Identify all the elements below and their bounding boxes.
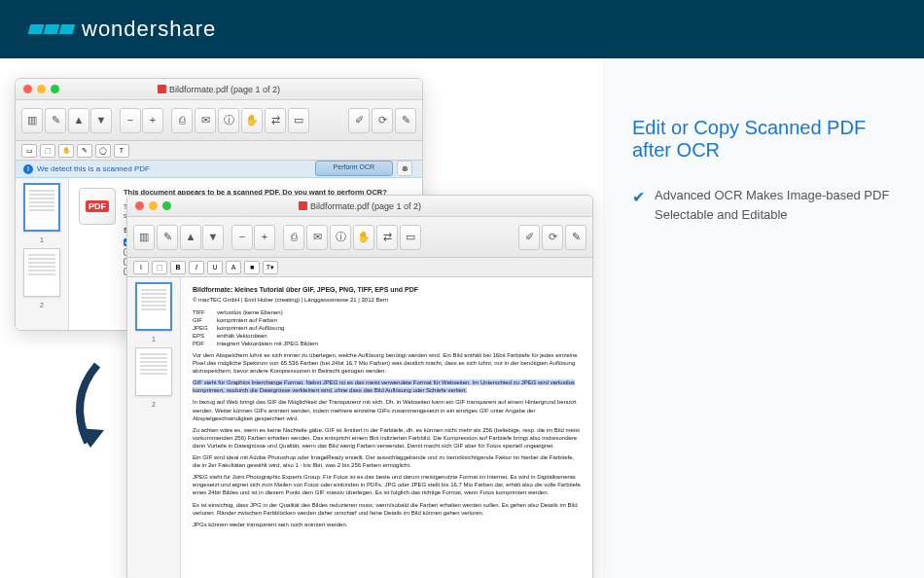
edit-button[interactable]: ✎ xyxy=(565,225,586,250)
page-thumbnails-sidebar: 1 2 xyxy=(16,178,69,331)
window-title: Bildformate.pdf (page 1 of 2) xyxy=(158,85,280,94)
down-button[interactable]: ▼ xyxy=(202,225,224,250)
document-content[interactable]: Bildformate: kleines Tutorial über GIF, … xyxy=(181,277,592,578)
close-icon[interactable] xyxy=(135,201,144,210)
check-icon: ✔ xyxy=(632,186,645,224)
doc-paragraph: Zu achten wäre es, wenn es keine Nachtei… xyxy=(193,426,581,450)
info-icon: i xyxy=(23,164,33,174)
tool-italic[interactable]: I xyxy=(189,261,204,274)
sub-toolbar: I ⬚ B I U A ■ T▾ xyxy=(127,258,592,277)
tool-font[interactable]: A xyxy=(226,261,241,274)
marketing-panel: Edit or Copy Scanned PDF after OCR ✔ Adv… xyxy=(603,58,924,578)
zoom-in-button[interactable]: + xyxy=(254,225,275,250)
screenshot-panel: Bildformate.pdf (page 1 of 2) ▥ ✎ ▲ ▼ − … xyxy=(0,58,603,578)
page-thumbnails-sidebar: 1 2 xyxy=(127,277,181,578)
page-thumbnail-1[interactable] xyxy=(135,282,172,331)
tool-cursor[interactable]: ▭ xyxy=(21,144,37,158)
doc-paragraph: Ein GIF wird ideal mit Adobe Photoshop o… xyxy=(193,453,581,469)
brand-name: wondershare xyxy=(82,17,216,42)
tool-shape[interactable]: ◯ xyxy=(95,144,111,158)
tool-draw[interactable]: ✎ xyxy=(77,144,92,158)
inspector-button[interactable]: ⓘ xyxy=(330,225,351,250)
perform-ocr-button[interactable]: Perform OCR xyxy=(315,161,393,176)
zoom-in-button[interactable]: + xyxy=(142,108,163,133)
doc-paragraph: In bezug auf Web bringt das GIF die Mögl… xyxy=(193,398,581,421)
main-toolbar: ▥ ✎ ▲ ▼ − + ⎙ ✉ ⓘ ✋ ⇄ ▭ ✐ ⟳ ✎ xyxy=(127,217,592,258)
feature-title: Edit or Copy Scanned PDF after OCR xyxy=(632,117,895,162)
markup-button[interactable]: ✐ xyxy=(348,108,370,133)
down-button[interactable]: ▼ xyxy=(90,108,112,133)
tool-color[interactable]: ■ xyxy=(244,261,260,274)
main-toolbar: ▥ ✎ ▲ ▼ − + ⎙ ✉ ⓘ ✋ ⇄ ▭ ✐ ⟳ ✎ xyxy=(16,100,422,141)
window-title: Bildformate.pdf (page 1 of 2) xyxy=(299,201,421,211)
up-button[interactable]: ▲ xyxy=(180,225,201,250)
minimize-icon[interactable] xyxy=(149,201,158,210)
pdf-document-icon xyxy=(79,188,116,225)
wondershare-icon xyxy=(29,24,74,34)
close-icon[interactable] xyxy=(23,85,32,93)
convert-button[interactable]: ⇄ xyxy=(376,225,398,250)
doc-paragraph: Vor dem Abspeichern lohnt es sich immer … xyxy=(193,351,581,375)
doc-subheading: © macTEC GmbH | Emil Huber (creating) | … xyxy=(193,296,581,304)
page-thumbnail-2[interactable] xyxy=(23,248,60,297)
doc-paragraph-highlighted: GIF steht für Graphics Interchange Forma… xyxy=(193,379,581,394)
app-header: wondershare xyxy=(0,0,924,58)
sidebar-button[interactable]: ▥ xyxy=(133,225,155,250)
doc-paragraph: JPEG steht für Joint Photographic Expert… xyxy=(193,473,581,496)
inspector-button[interactable]: ⓘ xyxy=(218,108,239,133)
page-thumbnail-2[interactable] xyxy=(135,347,172,396)
brand-logo: wondershare xyxy=(29,17,216,42)
tool-underline[interactable]: U xyxy=(207,261,223,274)
sub-toolbar: ▭ ⬚ ✋ ✎ ◯ T xyxy=(16,141,422,161)
hand-button[interactable]: ✋ xyxy=(353,225,374,250)
markup-button[interactable]: ✐ xyxy=(518,225,540,250)
pdf-icon xyxy=(299,201,307,210)
print-button[interactable]: ⎙ xyxy=(283,225,304,250)
create-button[interactable]: ✎ xyxy=(45,108,66,133)
maximize-icon[interactable] xyxy=(162,201,171,210)
tool-more[interactable]: T▾ xyxy=(263,261,278,274)
rotate-button[interactable]: ⟳ xyxy=(372,108,393,133)
rotate-button[interactable]: ⟳ xyxy=(542,225,563,250)
info-text: We detect this is a scanned PDF xyxy=(37,164,150,173)
pdf-editor-window-after-ocr: Bildformate.pdf (page 1 of 2) ▥ ✎ ▲ ▼ − … xyxy=(126,195,593,578)
zoom-out-button[interactable]: − xyxy=(120,108,141,133)
hand-button[interactable]: ✋ xyxy=(241,108,263,133)
window-titlebar: Bildformate.pdf (page 1 of 2) xyxy=(16,79,422,100)
tool-select[interactable]: ⬚ xyxy=(40,144,55,158)
tool-text[interactable]: T xyxy=(114,144,129,158)
convert-button[interactable]: ⇄ xyxy=(265,108,286,133)
page-thumbnail-1[interactable] xyxy=(23,183,60,232)
tool-cursor[interactable]: I xyxy=(133,261,149,274)
print-button[interactable]: ⎙ xyxy=(171,108,193,133)
form-button[interactable]: ▭ xyxy=(288,108,309,133)
feature-item: ✔ Advanced OCR Makes Image-based PDF Sel… xyxy=(632,186,895,224)
mail-button[interactable]: ✉ xyxy=(306,225,328,250)
tool-select[interactable]: ⬚ xyxy=(152,261,167,274)
create-button[interactable]: ✎ xyxy=(157,225,178,250)
doc-paragraph: Es ist einsichtig, dass JPG in der Quali… xyxy=(193,501,581,517)
mail-button[interactable]: ✉ xyxy=(195,108,216,133)
zoom-out-button[interactable]: − xyxy=(231,225,253,250)
sidebar-button[interactable]: ▥ xyxy=(21,108,43,133)
tool-hand[interactable]: ✋ xyxy=(58,144,74,158)
feature-text: Advanced OCR Makes Image-based PDF Selec… xyxy=(655,186,895,224)
doc-heading: Bildformate: kleines Tutorial über GIF, … xyxy=(193,285,581,294)
up-button[interactable]: ▲ xyxy=(68,108,89,133)
edit-button[interactable]: ✎ xyxy=(395,108,416,133)
maximize-icon[interactable] xyxy=(51,85,59,93)
window-titlebar: Bildformate.pdf (page 1 of 2) xyxy=(127,196,592,217)
dismiss-info-button[interactable]: ⊗ xyxy=(397,161,412,176)
arrow-icon xyxy=(63,360,131,457)
pdf-icon xyxy=(158,85,166,93)
format-definitions: TIFFverlustlos (keine Ebenen) GIFkomprim… xyxy=(193,308,581,347)
tool-bold[interactable]: B xyxy=(170,261,186,274)
form-button[interactable]: ▭ xyxy=(400,225,421,250)
doc-paragraph: JPGs können weder transparent sein noch … xyxy=(193,521,581,528)
minimize-icon[interactable] xyxy=(37,85,46,93)
